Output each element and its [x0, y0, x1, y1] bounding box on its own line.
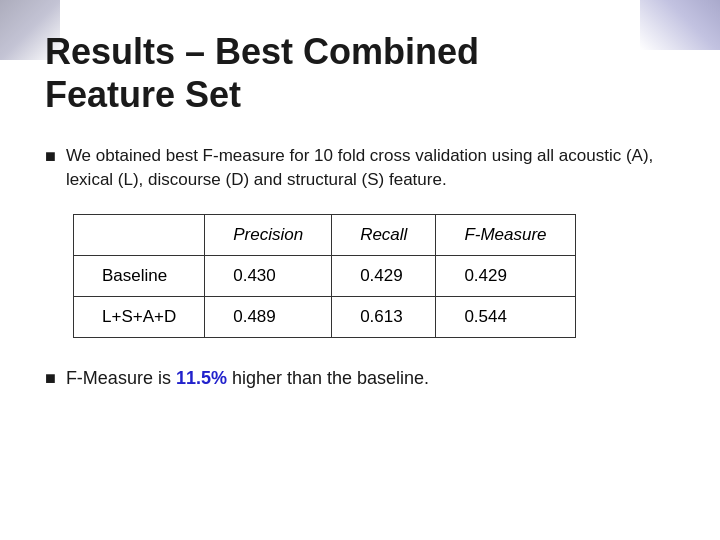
results-table: Precision Recall F-Measure Baseline 0.43…	[73, 214, 576, 338]
header-fmeasure: F-Measure	[436, 214, 575, 255]
conclusion-bullet-section: ■ F-Measure is 11.5% higher than the bas…	[45, 366, 675, 391]
header-empty	[74, 214, 205, 255]
bullet-icon: ■	[45, 146, 56, 167]
conclusion-text: F-Measure is 11.5% higher than the basel…	[66, 366, 429, 391]
baseline-precision: 0.430	[205, 255, 332, 296]
row-label-baseline: Baseline	[74, 255, 205, 296]
title-line1: Results – Best Combined	[45, 31, 479, 72]
conclusion-text-before: F-Measure is	[66, 368, 176, 388]
header-precision: Precision	[205, 214, 332, 255]
header-recall: Recall	[332, 214, 436, 255]
intro-bullet-text: We obtained best F-measure for 10 fold c…	[66, 144, 675, 192]
combined-precision: 0.489	[205, 296, 332, 337]
table-row-combined: L+S+A+D 0.489 0.613 0.544	[74, 296, 576, 337]
main-content: Results – Best Combined Feature Set ■ We…	[0, 0, 720, 421]
baseline-fmeasure: 0.429	[436, 255, 575, 296]
table-header-row: Precision Recall F-Measure	[74, 214, 576, 255]
title-line2: Feature Set	[45, 74, 241, 115]
combined-recall: 0.613	[332, 296, 436, 337]
conclusion-highlight: 11.5%	[176, 368, 227, 388]
page-title: Results – Best Combined Feature Set	[45, 30, 675, 116]
combined-fmeasure: 0.544	[436, 296, 575, 337]
table-row-baseline: Baseline 0.430 0.429 0.429	[74, 255, 576, 296]
intro-bullet-section: ■ We obtained best F-measure for 10 fold…	[45, 144, 675, 192]
conclusion-text-after: higher than the baseline.	[227, 368, 429, 388]
baseline-recall: 0.429	[332, 255, 436, 296]
row-label-combined: L+S+A+D	[74, 296, 205, 337]
conclusion-bullet-icon: ■	[45, 368, 56, 389]
